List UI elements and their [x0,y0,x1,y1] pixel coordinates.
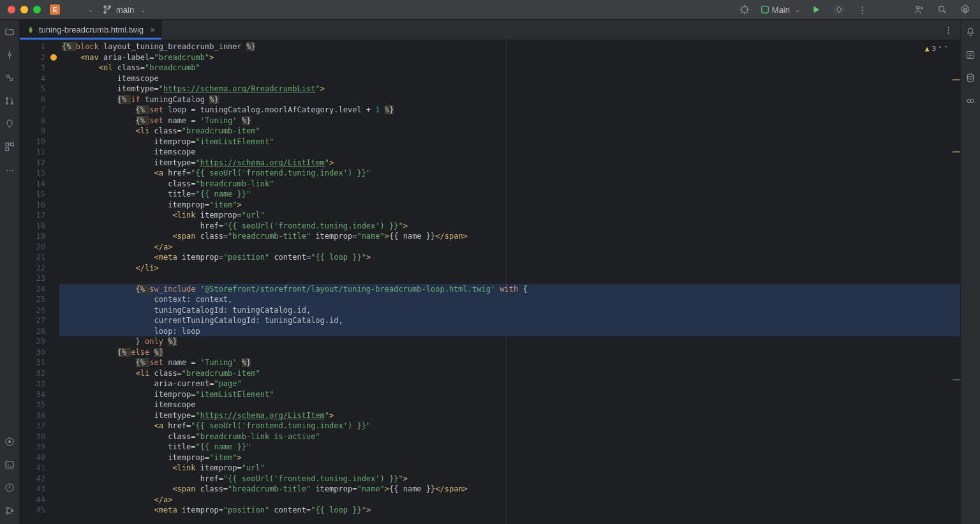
debug-config-icon[interactable] [738,3,752,17]
left-tool-rail: ⋯ [0,20,20,524]
close-window-button[interactable] [8,6,15,13]
svg-rect-14 [6,147,9,151]
run-config-label: Main [772,5,790,15]
svg-point-10 [6,103,8,105]
chevron-down-icon: ⌄ [795,6,800,13]
structure-tool-icon[interactable] [4,118,15,130]
svg-point-11 [11,103,13,105]
svg-point-2 [837,8,842,12]
project-tool-icon[interactable] [4,26,15,38]
svg-rect-13 [10,143,13,146]
commit-tool-icon[interactable] [4,49,15,61]
branch-name: main [116,5,134,15]
svg-point-3 [917,6,920,10]
editor-tab[interactable]: tuning-breadcrumb.html.twig × [20,20,162,40]
database-tool-icon[interactable] [965,72,976,84]
terminal-tool-icon[interactable] [4,459,15,470]
svg-rect-12 [6,143,9,146]
problems-tool-icon[interactable] [4,482,15,493]
overflow-icon[interactable]: ⋯ [4,164,15,176]
svg-point-19 [6,512,8,514]
project-badge[interactable]: E [50,4,60,15]
tab-options-icon[interactable]: ⋮ [941,23,955,37]
vcs-tool-icon[interactable] [4,505,15,516]
bookmarks-tool-icon[interactable] [4,72,15,84]
more-tools-icon[interactable] [4,141,15,153]
svg-rect-16 [6,461,13,468]
right-tool-rail [960,20,980,524]
debug-button[interactable] [832,3,846,17]
chevron-down-icon: ⌄ [140,6,145,13]
minimize-window-button[interactable] [20,6,28,13]
svg-point-22 [967,74,973,77]
search-everywhere-icon[interactable] [935,3,949,17]
svg-point-18 [6,507,8,509]
maximize-window-button[interactable] [33,6,41,13]
run-button[interactable] [809,3,823,17]
notifications-tool-icon[interactable] [965,26,976,38]
branch-icon [103,5,112,14]
titlebar: E ⌄ main ⌄ Main ⌄ ⋮ [0,0,980,20]
svg-rect-1 [762,6,769,13]
twig-file-icon [26,26,35,34]
run-config-selector[interactable]: Main ⌄ [761,5,800,15]
svg-point-24 [970,99,974,102]
code-with-me-icon[interactable] [912,3,926,17]
svg-point-6 [8,54,11,56]
svg-point-4 [939,6,944,11]
code-area[interactable]: ▲ 3 ˄ ˅ {% block layout_tuning_breadcrum… [59,40,960,524]
window-controls [8,6,41,13]
copilot-tool-icon[interactable] [965,95,976,107]
close-tab-icon[interactable]: × [150,25,155,35]
more-actions-icon[interactable]: ⋮ [855,3,869,17]
tab-label: tuning-breadcrumb.html.twig [39,25,144,34]
svg-point-5 [964,8,967,11]
run-config-icon [761,5,769,14]
gutter: 1234567891011121314151617181920212223242… [20,40,59,524]
run-tool-icon[interactable] [4,436,15,447]
project-dropdown-icon[interactable]: ⌄ [88,6,93,13]
settings-icon[interactable] [958,3,972,17]
pull-requests-tool-icon[interactable] [4,95,15,107]
ai-assistant-tool-icon[interactable] [965,49,976,61]
editor-body[interactable]: 1234567891011121314151617181920212223242… [20,40,960,524]
svg-point-0 [741,7,747,13]
vcs-branch-widget[interactable]: main ⌄ [98,4,151,16]
svg-point-20 [11,509,13,511]
editor-tab-bar: tuning-breadcrumb.html.twig × ⋮ [20,20,960,40]
svg-point-9 [6,98,8,100]
svg-point-23 [967,99,970,102]
